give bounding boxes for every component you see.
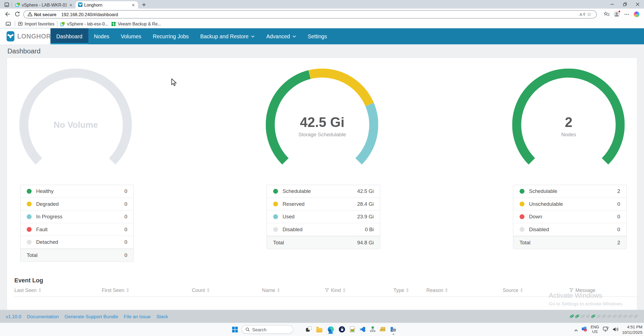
file-explorer-icon[interactable]	[316, 326, 323, 333]
notepad-icon[interactable]	[349, 326, 356, 333]
sort-icon[interactable]	[406, 288, 409, 292]
network-tray-icon[interactable]	[603, 326, 609, 333]
putty-icon[interactable]	[380, 326, 387, 333]
legend-value: 0 Bi	[365, 227, 374, 232]
password-manager-icon[interactable]	[338, 326, 346, 333]
legend-row-down: Down0	[513, 211, 626, 224]
chain-link-icon-grey[interactable]	[602, 314, 606, 318]
close-window-icon[interactable]	[631, 0, 644, 9]
gauge-center-value: 42.5 Gi	[265, 115, 379, 130]
legend-dot	[273, 202, 278, 207]
chain-link-icon-green[interactable]	[575, 314, 580, 318]
refresh-icon[interactable]	[14, 10, 21, 18]
chain-link-icon-grey[interactable]	[596, 314, 601, 318]
restore-icon[interactable]	[619, 0, 631, 9]
favorite-vsphere[interactable]: vSphere - lab-esx-0...	[61, 21, 108, 26]
chain-link-icon-green[interactable]	[591, 314, 596, 318]
chain-link-icon-grey[interactable]	[634, 314, 639, 318]
filter-icon[interactable]	[325, 288, 329, 292]
profile-avatar-icon[interactable]	[613, 10, 621, 18]
more-options-icon[interactable]	[623, 10, 631, 18]
browser-tab-vsphere[interactable]: vSphere - LAB-WKR-01 - Datasto	[13, 1, 76, 9]
chain-link-icon-grey[interactable]	[628, 314, 633, 318]
column-header-count[interactable]: Count	[192, 287, 262, 293]
security-label: Not secure	[34, 12, 56, 17]
back-icon[interactable]	[4, 10, 11, 18]
sort-icon[interactable]	[207, 288, 209, 292]
legend-label: Healthy	[36, 189, 125, 194]
column-header-kind[interactable]: Kind	[325, 287, 394, 293]
footer-link-file-an-issue[interactable]: File an Issue	[124, 314, 151, 319]
close-tab-icon[interactable]	[68, 2, 73, 7]
favorites-list-icon[interactable]	[603, 10, 611, 18]
vscode-icon[interactable]	[359, 326, 366, 333]
longhorn-brand[interactable]: LONGHORN	[0, 28, 51, 45]
column-header-last-seen[interactable]: Last Seen	[15, 287, 102, 293]
volume-tray-icon[interactable]	[613, 326, 619, 333]
tray-app-icon[interactable]	[582, 326, 587, 333]
copilot-icon[interactable]	[633, 10, 640, 18]
chain-link-icon-grey[interactable]	[623, 314, 628, 318]
gauge-center-label: Nodes	[512, 132, 626, 138]
close-tab-icon[interactable]	[131, 2, 136, 7]
column-header-source[interactable]: Source	[503, 287, 569, 293]
column-label: Reason	[426, 287, 443, 293]
legend-row-schedulable: Schedulable42.5 Gi	[267, 185, 380, 198]
favorite-star-icon[interactable]: ☆	[586, 11, 593, 18]
nav-item-label: Settings	[308, 33, 327, 40]
address-bar[interactable]: Not secure 192.168.20.240/#/dashboard A …	[24, 10, 597, 18]
tab-actions-icon[interactable]	[3, 1, 10, 8]
footer-link-documentation[interactable]: Documentation	[27, 314, 59, 319]
column-header-first-seen[interactable]: First Seen	[102, 287, 192, 293]
legend-dot	[273, 227, 278, 232]
network-manager-icon[interactable]	[369, 326, 376, 333]
task-view-icon[interactable]	[306, 326, 313, 333]
nav-item-advanced[interactable]: Advanced	[260, 28, 302, 45]
start-icon[interactable]	[231, 326, 238, 333]
nav-item-settings[interactable]: Settings	[302, 28, 333, 45]
nav-item-dashboard[interactable]: Dashboard	[51, 28, 88, 45]
column-header-type[interactable]: Type	[393, 287, 426, 293]
remote-app-icon[interactable]	[390, 326, 397, 333]
import-favorites-button[interactable]: Import favorites	[18, 21, 54, 26]
taskbar-clock[interactable]: 4:51 PM10/11/2025	[622, 324, 642, 335]
footer-link-slack[interactable]: Slack	[156, 314, 168, 319]
legend-total-label: Total	[273, 240, 357, 245]
minimize-icon[interactable]	[606, 0, 619, 9]
filter-icon[interactable]	[569, 288, 573, 292]
nav-item-recurring-jobs[interactable]: Recurring Jobs	[147, 28, 194, 45]
sort-icon[interactable]	[277, 288, 280, 292]
column-header-reason[interactable]: Reason	[426, 287, 503, 293]
nav-item-label: Volumes	[121, 33, 141, 40]
hidden-icons-chevron[interactable]	[574, 326, 578, 333]
url-text[interactable]: 192.168.20.240/#/dashboard	[61, 12, 579, 17]
collections-icon[interactable]	[4, 20, 12, 28]
chain-link-icon-grey[interactable]	[580, 314, 585, 318]
gauge-center-value: 2	[512, 115, 626, 130]
language-indicator[interactable]: ENGUS	[591, 325, 599, 334]
nav-item-volumes[interactable]: Volumes	[115, 28, 147, 45]
chain-link-icon-grey[interactable]	[607, 314, 612, 318]
sort-icon[interactable]	[445, 288, 448, 292]
chain-link-icon-green[interactable]	[570, 314, 574, 318]
chain-link-icon-grey[interactable]	[586, 314, 590, 318]
footer-link-generate-support-bundle[interactable]: Generate Support Bundle	[65, 314, 118, 319]
sort-icon[interactable]	[343, 288, 346, 292]
chain-link-icon-grey[interactable]	[618, 314, 622, 318]
edge-icon[interactable]	[326, 325, 335, 334]
favorite-veeam[interactable]: Veeam Backup & Re...	[111, 21, 161, 26]
taskbar-search[interactable]: Search	[242, 325, 293, 334]
not-secure-chip[interactable]: Not secure	[28, 12, 56, 17]
legend-dot	[520, 202, 525, 207]
browser-tab-longhorn[interactable]: Longhorn	[76, 1, 138, 9]
chain-link-icon-grey[interactable]	[613, 314, 617, 318]
nav-item-nodes[interactable]: Nodes	[88, 28, 115, 45]
sort-icon[interactable]	[127, 288, 129, 292]
version-link[interactable]: v1.10.0	[6, 314, 21, 319]
sort-icon[interactable]	[39, 288, 41, 292]
nav-item-backup-and-restore[interactable]: Backup and Restore	[194, 28, 260, 45]
new-tab-button[interactable]	[140, 1, 147, 8]
column-header-name[interactable]: Name	[262, 287, 325, 293]
sort-icon[interactable]	[521, 288, 523, 292]
read-aloud-icon[interactable]: A	[579, 11, 586, 18]
